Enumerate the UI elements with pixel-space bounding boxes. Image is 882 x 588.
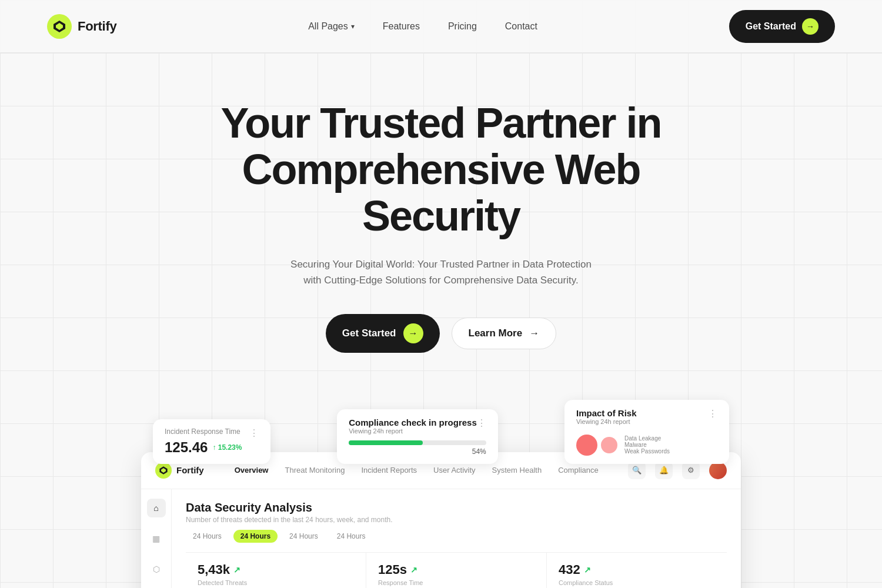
logo-text: Fortify [78, 19, 116, 34]
logo-icon [47, 14, 72, 39]
time-filter-2-active[interactable]: 24 Hours [233, 530, 278, 543]
stat-label-2: Compliance Status [559, 579, 715, 586]
time-filter-3[interactable]: 24 Hours [282, 530, 325, 543]
risk-card-sub: Viewing 24h report [576, 418, 637, 425]
sidebar-chart-icon[interactable]: ▦ [147, 529, 166, 548]
nav-cta-arrow-icon: → [802, 18, 818, 35]
compliance-card-title: Compliance check in progress [349, 417, 477, 427]
risk-bubble-leakage [601, 437, 617, 453]
dashboard-sidebar: ⌂ ▦ ⬡ ⊡ ⋯ [141, 489, 172, 588]
hero-subtitle: Securing Your Digital World: Your Truste… [288, 256, 594, 288]
sidebar-home-icon[interactable]: ⌂ [147, 499, 166, 517]
hero-section: Your Trusted Partner in Comprehensive We… [0, 53, 882, 376]
dashboard-content: Data Security Analysis Number of threats… [172, 489, 741, 588]
nav-get-started-button[interactable]: Get Started → [729, 10, 835, 43]
stat-label-0: Detected Threats [198, 579, 354, 586]
stat-arrow-icon-0: ↗ [233, 565, 240, 574]
stat-compliance-status: 432 ↗ Compliance Status [547, 553, 727, 588]
risk-bubble-malware [576, 435, 597, 456]
card-menu-icon[interactable]: ⋮ [249, 427, 259, 439]
hero-learn-more-arrow-icon: → [529, 328, 539, 339]
time-filter-1[interactable]: 24 Hours [186, 530, 229, 543]
dashboard-stats: 5,43k ↗ Detected Threats 125s ↗ Response… [186, 552, 727, 588]
incident-trend: ↑ 15.23% [212, 443, 242, 452]
dashboard-body: ⌂ ▦ ⬡ ⊡ ⋯ Data Security Analysis Number … [141, 489, 741, 588]
dashboard-logo-icon [155, 462, 172, 479]
dashboard-main: Fortify Overview Threat Monitoring Incid… [141, 452, 741, 588]
dashboard-nav-links: Overview Threat Monitoring Incident Repo… [235, 466, 609, 475]
nav-contact[interactable]: Contact [505, 21, 537, 32]
nav-pricing[interactable]: Pricing [448, 21, 477, 32]
risk-menu-icon[interactable]: ⋮ [708, 408, 717, 419]
bell-icon[interactable]: 🔔 [655, 462, 673, 479]
compliance-card: Compliance check in progress Viewing 24h… [337, 409, 498, 464]
floating-cards: ⋮ Incident Response Time 125.46 ↑ 15.23%… [141, 400, 741, 464]
stat-detected-threats: 5,43k ↗ Detected Threats [186, 553, 366, 588]
incident-card-title: Incident Response Time [165, 427, 259, 436]
nav-features[interactable]: Features [383, 21, 420, 32]
content-subtitle: Number of threats detected in the last 2… [186, 516, 727, 524]
hero-cta-arrow-icon: → [403, 323, 423, 343]
dash-nav-user-activity[interactable]: User Activity [433, 466, 476, 475]
hero-buttons: Get Started → Learn More → [12, 314, 870, 353]
dashboard-logo-text: Fortify [176, 465, 204, 475]
incident-card-value: 125.46 ↑ 15.23% [165, 439, 259, 456]
hero-title: Your Trusted Partner in Comprehensive We… [176, 100, 706, 240]
compliance-menu-icon[interactable]: ⋮ [477, 417, 486, 429]
progress-bar-fill [349, 440, 423, 445]
risk-bubbles: Data Leakage Malware Weak Passwords [576, 435, 717, 456]
sidebar-layers-icon[interactable]: ⬡ [147, 560, 166, 579]
time-filters: 24 Hours 24 Hours 24 Hours 24 Hours [186, 530, 727, 543]
dash-nav-system[interactable]: System Health [492, 466, 542, 475]
hero-learn-more-button[interactable]: Learn More → [452, 318, 557, 349]
risk-labels: Data Leakage Malware Weak Passwords [624, 435, 670, 455]
nav-links: All Pages Features Pricing Contact [308, 21, 537, 32]
content-title: Data Security Analysis [186, 501, 727, 514]
risk-card-title: Impact of Risk [576, 408, 637, 418]
stat-label-1: Response Time [378, 579, 534, 586]
dash-nav-incidents[interactable]: Incident Reports [361, 466, 417, 475]
stat-arrow-icon-1: ↗ [410, 565, 417, 574]
logo[interactable]: Fortify [47, 14, 116, 39]
dashboard-logo: Fortify [155, 462, 204, 479]
compliance-card-sub: Viewing 24h report [349, 427, 477, 435]
time-filter-4[interactable]: 24 Hours [330, 530, 373, 543]
settings-icon[interactable]: ⚙ [682, 462, 700, 479]
dash-nav-overview[interactable]: Overview [235, 466, 269, 475]
stat-arrow-icon-2: ↗ [584, 565, 591, 574]
dashboard-nav-icons: 🔍 🔔 ⚙ [628, 462, 727, 479]
dash-nav-compliance[interactable]: Compliance [558, 466, 599, 475]
search-icon[interactable]: 🔍 [628, 462, 646, 479]
hero-get-started-button[interactable]: Get Started → [326, 314, 440, 353]
navigation: Fortify All Pages Features Pricing Conta… [0, 0, 882, 53]
progress-bar-bg [349, 440, 486, 445]
content-header: Data Security Analysis Number of threats… [186, 501, 727, 543]
user-avatar[interactable] [709, 462, 727, 479]
dashboard-preview: ⋮ Incident Response Time 125.46 ↑ 15.23%… [118, 400, 764, 588]
nav-all-pages[interactable]: All Pages [308, 21, 355, 32]
incident-response-card: ⋮ Incident Response Time 125.46 ↑ 15.23% [153, 419, 270, 464]
dash-nav-threat[interactable]: Threat Monitoring [285, 466, 345, 475]
stat-response-time: 125s ↗ Response Time [366, 553, 547, 588]
risk-card: Impact of Risk Viewing 24h report ⋮ Data… [564, 400, 729, 464]
progress-percent: 54% [349, 447, 486, 456]
